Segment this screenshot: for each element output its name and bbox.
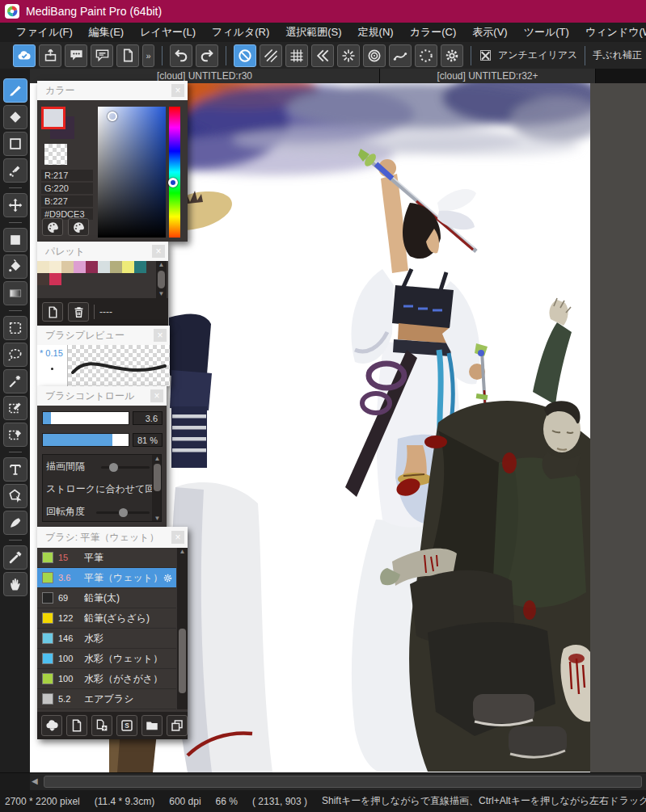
draw-interval-slider[interactable] — [101, 466, 150, 469]
redo-button[interactable] — [196, 44, 218, 67]
slider-knob[interactable] — [109, 463, 118, 472]
snap-settings-button[interactable] — [441, 44, 463, 67]
palette-dialog-button[interactable] — [42, 218, 63, 236]
close-icon[interactable]: × — [171, 84, 184, 97]
eraser-tool-button[interactable] — [3, 105, 27, 129]
eyedropper-tool-button[interactable] — [3, 545, 27, 570]
curve-snap-button[interactable] — [389, 44, 412, 67]
menu-view[interactable]: 表示(V) — [464, 25, 515, 40]
magic-wand-tool-button[interactable] — [3, 369, 27, 393]
close-icon[interactable]: × — [150, 389, 163, 402]
parallel-snap-button[interactable] — [260, 44, 282, 67]
text-tool-button[interactable] — [3, 457, 27, 482]
scrollbar-thumb[interactable] — [179, 629, 186, 693]
move-tool-button[interactable] — [3, 193, 27, 217]
menu-file[interactable]: ファイル(F) — [8, 25, 81, 40]
menu-color[interactable]: カラー(C) — [402, 25, 465, 40]
brush-size-value[interactable]: 3.6 — [133, 411, 163, 425]
brush-list-item[interactable]: 122 鉛筆(ざらざら) — [37, 608, 176, 629]
canvas-hscrollbar[interactable]: ◀ — [0, 772, 646, 790]
scrollbar-thumb[interactable] — [154, 464, 161, 491]
menu-window[interactable]: ウィンドウ(W) — [577, 25, 646, 40]
menu-select[interactable]: 選択範囲(S) — [277, 25, 349, 40]
hscrollbar-thumb[interactable] — [44, 776, 642, 788]
brush-settings-gear-icon[interactable] — [163, 573, 173, 583]
close-icon[interactable]: × — [154, 329, 167, 342]
add-brush-menu-button[interactable] — [91, 715, 112, 736]
fill-rect-tool-button[interactable] — [3, 228, 27, 252]
palette-color[interactable] — [37, 273, 49, 285]
divide-tool-button[interactable] — [3, 511, 27, 535]
radial-snap-button[interactable] — [337, 44, 360, 67]
option-rotate-with-stroke[interactable]: ストロークに合わせて回 — [46, 482, 154, 496]
sv-picker-marker[interactable] — [108, 111, 117, 121]
ellipse-snap-button[interactable] — [415, 44, 437, 67]
brush-list-item[interactable]: 5.2 エアブラシ — [37, 689, 176, 709]
hue-slider-marker[interactable] — [168, 178, 178, 187]
brush-control-header[interactable]: ブラシコントロール × — [37, 386, 167, 406]
scrollbar-thumb[interactable] — [158, 271, 165, 288]
close-icon[interactable]: × — [171, 531, 184, 544]
palette-scrollbar[interactable]: ▲ ▼ — [156, 261, 167, 298]
menu-layer[interactable]: レイヤー(L) — [132, 25, 204, 40]
shape-rect-tool-button[interactable] — [3, 132, 27, 156]
brush-list-scrollbar[interactable]: ▲ — [177, 548, 188, 709]
brush-preview-header[interactable]: ブラシプレビュー × — [37, 326, 170, 345]
no-snap-button[interactable] — [234, 44, 256, 67]
brush-opacity-slider[interactable] — [42, 433, 129, 447]
comment-lines-button[interactable] — [91, 44, 113, 67]
menu-tool[interactable]: ツール(T) — [516, 25, 577, 40]
grid-snap-button[interactable] — [285, 44, 308, 67]
hue-slider[interactable] — [169, 107, 180, 238]
undo-button[interactable] — [170, 44, 192, 67]
palette-color[interactable] — [134, 261, 146, 273]
bucket-tool-button[interactable] — [3, 255, 27, 279]
delete-color-button[interactable] — [68, 302, 89, 322]
palette-color[interactable] — [122, 261, 134, 273]
menu-filter[interactable]: フィルタ(R) — [204, 25, 277, 40]
brush-list-item[interactable]: 100 水彩（がさがさ） — [37, 669, 176, 689]
scroll-up-icon[interactable]: ▲ — [152, 455, 162, 463]
foreground-color-swatch[interactable] — [41, 107, 65, 129]
duplicate-brush-button[interactable] — [167, 715, 188, 736]
script-brush-button[interactable] — [116, 715, 137, 736]
comment-dots-button[interactable] — [65, 44, 87, 67]
select-rect-tool-button[interactable] — [3, 316, 27, 340]
palette-color[interactable] — [98, 261, 110, 273]
new-color-button[interactable] — [42, 302, 63, 322]
publish-button[interactable] — [39, 44, 61, 67]
concentric-snap-button[interactable] — [363, 44, 386, 67]
color-panel-header[interactable]: カラー × — [37, 81, 188, 100]
saturation-value-picker[interactable] — [98, 107, 166, 238]
toolbar-overflow-button[interactable]: » — [142, 44, 154, 67]
brush-list-item[interactable]: 146 水彩 — [37, 629, 176, 649]
rotation-angle-slider[interactable] — [96, 511, 150, 514]
palette-panel-header[interactable]: パレット × — [37, 242, 168, 261]
gradient-tool-button[interactable] — [3, 281, 27, 305]
new-brush-button[interactable] — [66, 715, 87, 736]
select-eraser-tool-button[interactable] — [3, 423, 27, 447]
control-point-tool-button[interactable] — [3, 158, 27, 183]
scroll-up-icon[interactable]: ▲ — [177, 548, 188, 556]
document-button[interactable] — [116, 44, 139, 67]
brush-list-item[interactable]: 15 平筆 — [37, 548, 176, 568]
scroll-down-icon[interactable]: ▼ — [152, 515, 162, 522]
vanishing-point-snap-button[interactable] — [311, 44, 334, 67]
scroll-up-icon[interactable]: ▲ — [156, 261, 167, 269]
brush-list-item[interactable]: 100 水彩（ウェット） — [37, 649, 176, 669]
close-icon[interactable]: × — [152, 245, 165, 258]
brush-opacity-value[interactable]: 81 % — [133, 433, 163, 447]
brush-list-item[interactable]: 69 鉛筆(太) — [37, 588, 176, 608]
cloud-sync-button[interactable] — [13, 44, 36, 67]
antialias-checkbox[interactable] — [480, 50, 491, 61]
lasso-tool-button[interactable] — [3, 343, 27, 367]
palette-color[interactable] — [61, 261, 74, 273]
cloud-download-brush-button[interactable] — [41, 715, 62, 736]
scroll-left-icon[interactable]: ◀ — [32, 776, 38, 785]
brush-tool-button[interactable] — [3, 78, 27, 103]
control-scrollbar[interactable]: ▲ ▼ — [152, 455, 162, 522]
tab-untitled-r32[interactable]: [cloud] UNTITLED:r32+ — [380, 69, 596, 83]
scroll-down-icon[interactable]: ▼ — [156, 290, 167, 298]
select-pen-tool-button[interactable] — [3, 396, 27, 420]
brush-folder-button[interactable] — [141, 715, 163, 736]
